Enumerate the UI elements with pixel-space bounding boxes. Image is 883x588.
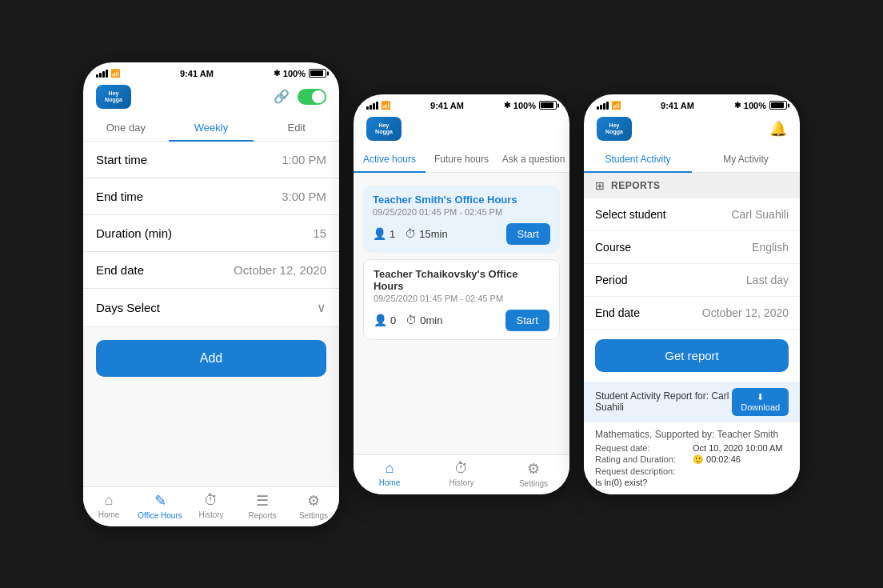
reports-section: ⊞ REPORTS Select student Carl Suahili Co…	[584, 173, 800, 494]
link-icon[interactable]: 🔗	[274, 89, 290, 104]
tabs-right: Student Activity My Activity	[584, 147, 800, 173]
tab-future-hours[interactable]: Future hours	[426, 147, 497, 173]
nav-settings-mid-label: Settings	[519, 479, 548, 488]
nav-home-mid-label: Home	[379, 478, 401, 487]
start-time-row[interactable]: Start time 1:00 PM	[83, 142, 339, 178]
logo-mid: HeyNogga	[366, 117, 402, 141]
detail-request-date: Request date: Oct 10, 2020 10:00 AM	[595, 443, 789, 453]
tab-active-hours[interactable]: Active hours	[354, 147, 426, 173]
question-text: Is ln(0) exist?	[595, 478, 647, 487]
download-button[interactable]: ⬇ Download	[732, 388, 789, 416]
app-header-left: HeyNogga 🔗	[83, 82, 339, 115]
start-time-value: 1:00 PM	[282, 153, 326, 166]
battery-icon-left	[309, 69, 326, 78]
session-1-title: Teacher Smith's Office Hours	[373, 194, 550, 206]
session-2-duration: ⏱ 0min	[406, 314, 442, 326]
end-date-report-row[interactable]: End date October 12, 2020	[584, 297, 800, 330]
rating-value: 🙂 00:02:46	[693, 454, 741, 465]
nav-home[interactable]: ⌂ Home	[83, 492, 134, 520]
session-card-2: Teacher Tchaikovsky's Office Hours 09/25…	[363, 259, 560, 340]
clock-icon-1: ⏱	[405, 227, 416, 240]
session-card-1: Teacher Smith's Office Hours 09/25/2020 …	[363, 186, 560, 253]
session-2-duration-val: 0min	[420, 314, 442, 326]
end-date-report-label: End date	[595, 306, 640, 319]
session-2-title: Teacher Tchaikovsky's Office Hours	[374, 268, 549, 292]
days-select-row[interactable]: Days Select ∨	[83, 289, 339, 327]
course-row[interactable]: Course English	[584, 231, 800, 264]
history-icon: ⏱	[204, 492, 218, 509]
person-icon-1: 👤	[373, 227, 386, 240]
nav-settings-mid[interactable]: ⚙ Settings	[497, 460, 569, 488]
detail-rating: Rating and Duration: 🙂 00:02:46	[595, 454, 789, 465]
end-date-row[interactable]: End date October 12, 2020	[83, 252, 339, 289]
grid-icon: ⊞	[595, 179, 605, 192]
bottom-nav-left: ⌂ Home ✎ Office Hours ⏱ History ☰ Report…	[83, 486, 339, 526]
tab-student-activity[interactable]: Student Activity	[584, 147, 692, 173]
days-select-label: Days Select	[96, 301, 160, 314]
duration-row[interactable]: Duration (min) 15	[83, 215, 339, 252]
tab-edit[interactable]: Edit	[254, 115, 339, 142]
end-time-value: 3:00 PM	[282, 190, 326, 203]
end-time-row[interactable]: End time 3:00 PM	[83, 178, 339, 215]
course-value: English	[752, 241, 789, 254]
history-icon-mid: ⏱	[454, 460, 469, 477]
tab-weekly[interactable]: Weekly	[169, 115, 254, 142]
request-date-value: Oct 10, 2020 10:00 AM	[693, 443, 783, 453]
battery-mid	[539, 101, 557, 110]
settings-icon: ⚙	[307, 492, 320, 510]
nav-reports[interactable]: ☰ Reports	[237, 492, 288, 520]
time-right: 9:41 AM	[661, 101, 694, 110]
bell-icon[interactable]: 🔔	[769, 120, 787, 138]
tab-one-day[interactable]: One day	[83, 115, 169, 142]
tab-ask-question[interactable]: Ask a question	[497, 147, 569, 173]
sessions-list: Teacher Smith's Office Hours 09/25/2020 …	[354, 173, 569, 454]
period-row[interactable]: Period Last day	[584, 264, 800, 297]
end-time-label: End time	[96, 190, 143, 203]
nav-reports-label: Reports	[248, 511, 276, 520]
session-1-duration-val: 15min	[419, 228, 447, 240]
detail-question: Is ln(0) exist?	[595, 478, 789, 487]
start-button-1[interactable]: Start	[506, 223, 550, 245]
status-bar-middle: 📶 9:41 AM ✱ 100%	[354, 94, 569, 114]
bluetooth-icon-left: ✱	[274, 69, 280, 78]
nav-history[interactable]: ⏱ History	[186, 492, 237, 520]
session-2-students: 👤 0	[374, 314, 396, 326]
home-icon-mid: ⌂	[386, 460, 394, 477]
session-1-date: 09/25/2020 01:45 PM - 02:45 PM	[373, 207, 550, 217]
end-date-report-value: October 12, 2020	[702, 306, 789, 319]
reports-icon: ☰	[256, 492, 269, 510]
course-label: Course	[595, 241, 631, 254]
duration-label: Duration (min)	[96, 226, 172, 240]
battery-pct-left: 100%	[283, 69, 306, 78]
tabs-left: One day Weekly Edit	[83, 115, 339, 142]
bottom-nav-mid: ⌂ Home ⏱ History ⚙ Settings	[354, 454, 569, 494]
form-content: Start time 1:00 PM End time 3:00 PM Dura…	[83, 142, 339, 486]
nav-home-mid[interactable]: ⌂ Home	[354, 460, 426, 488]
nav-office-hours[interactable]: ✎ Office Hours	[134, 492, 186, 520]
clock-icon-2: ⏱	[406, 314, 417, 326]
app-header-mid: HeyNogga	[354, 114, 569, 147]
get-report-button[interactable]: Get report	[595, 339, 789, 372]
nav-settings-label: Settings	[299, 511, 328, 520]
description-label: Request description:	[595, 466, 683, 476]
select-student-label: Select student	[595, 208, 666, 221]
activity-report-bar: Student Activity Report for: Carl Suahil…	[584, 382, 800, 422]
detail-section-1: Mathematics, Supported by: Teacher Smith…	[584, 422, 800, 494]
period-value: Last day	[746, 274, 789, 286]
status-bar-right: 📶 9:41 AM ✱ 100%	[584, 94, 800, 114]
start-button-2[interactable]: Start	[505, 310, 549, 331]
wifi-icon: 📶	[110, 69, 120, 78]
home-icon: ⌂	[105, 492, 114, 509]
select-student-row[interactable]: Select student Carl Suahili	[584, 198, 800, 231]
logo-right: HeyNogga	[597, 117, 632, 141]
nav-settings[interactable]: ⚙ Settings	[288, 492, 339, 520]
duration-value: 15	[313, 226, 326, 240]
toggle-switch[interactable]	[298, 89, 326, 105]
nav-history-label: History	[198, 510, 223, 519]
activity-report-label: Student Activity Report for: Carl Suahil…	[595, 390, 732, 413]
tab-my-activity[interactable]: My Activity	[692, 147, 800, 173]
office-hours-icon: ✎	[154, 492, 166, 510]
nav-history-mid[interactable]: ⏱ History	[426, 460, 497, 488]
add-button[interactable]: Add	[96, 340, 326, 377]
session-2-info: 👤 0 ⏱ 0min Start	[374, 310, 549, 331]
